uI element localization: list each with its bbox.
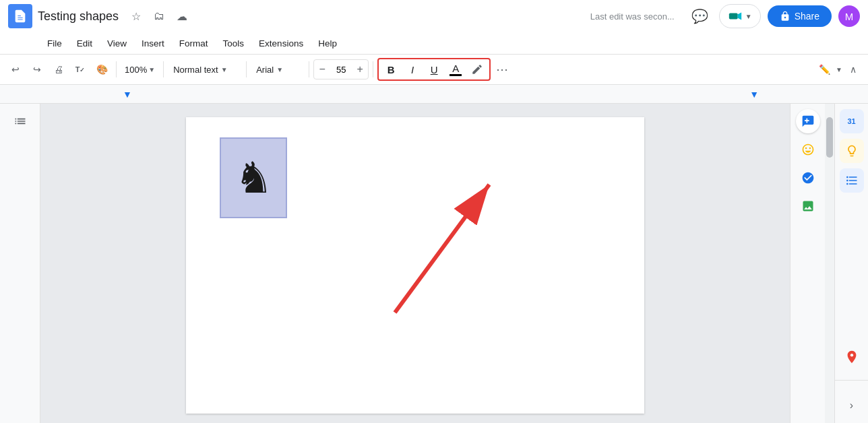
header-right: 💬 ▼ Share M	[688, 4, 860, 28]
scrollbar[interactable]	[825, 104, 834, 423]
toolbar-separator-4	[309, 61, 309, 77]
meet-chevron: ▼	[745, 13, 752, 20]
meet-button[interactable]: ▼	[719, 4, 761, 28]
tasks-app-icon[interactable]	[840, 168, 864, 193]
emoji-sidebar-button[interactable]	[796, 137, 820, 162]
font-dropdown[interactable]: Arial ▼	[251, 62, 305, 77]
italic-button[interactable]: I	[402, 59, 423, 79]
outline-icon[interactable]	[11, 112, 30, 131]
docs-icon[interactable]	[8, 4, 32, 28]
zoom-dropdown[interactable]: 100% ▼	[121, 62, 159, 77]
font-size-control: − +	[313, 59, 369, 79]
ruler-left-arrow[interactable]: ▼	[123, 89, 132, 100]
menu-edit[interactable]: Edit	[70, 36, 99, 51]
tasks-sidebar-button[interactable]	[796, 166, 820, 190]
text-color-letter: A	[452, 63, 459, 73]
spell-check-button[interactable]: T✓	[70, 59, 90, 79]
keep-app-icon[interactable]	[840, 139, 864, 163]
document-title[interactable]: Testing shapes	[38, 9, 119, 24]
collapse-toolbar-button[interactable]: ∧	[844, 60, 863, 79]
underline-button[interactable]: U	[423, 59, 445, 79]
title-bar: Testing shapes ☆ 🗂 ☁ Last edit was secon…	[0, 0, 868, 32]
user-avatar[interactable]: M	[838, 5, 860, 27]
chess-image[interactable]: ♞	[220, 137, 287, 218]
text-color-button[interactable]: A	[445, 59, 466, 79]
zoom-chevron: ▼	[148, 66, 155, 73]
svg-line-3	[395, 185, 489, 313]
font-size-decrease[interactable]: −	[314, 60, 330, 79]
maps-app-icon[interactable]	[840, 345, 864, 369]
expand-apps-button[interactable]: ›	[840, 393, 864, 418]
print-button[interactable]: 🖨	[49, 59, 69, 79]
font-size-increase[interactable]: +	[352, 60, 368, 79]
zoom-value: 100%	[125, 65, 147, 75]
edit-mode-button[interactable]: ✏️	[814, 59, 834, 79]
chess-knight-icon: ♞	[235, 156, 273, 199]
format-group: B I U A	[377, 58, 491, 81]
doc-area[interactable]: ♞	[40, 104, 790, 423]
highlight-color-button[interactable]	[466, 59, 488, 79]
toolbar-separator-2	[163, 61, 164, 77]
paint-format-button[interactable]: 🎨	[92, 59, 112, 79]
calendar-app-icon[interactable]: 31	[840, 109, 864, 133]
menu-format[interactable]: Format	[173, 36, 215, 51]
image-comment-sidebar-button[interactable]	[796, 194, 820, 218]
star-icon[interactable]: ☆	[127, 7, 146, 26]
font-size-input[interactable]	[330, 65, 352, 75]
menu-view[interactable]: View	[100, 36, 133, 51]
toolbar-separator-5	[373, 61, 373, 77]
add-comment-sidebar-button[interactable]	[796, 109, 820, 133]
menu-bar: File Edit View Insert Format Tools Exten…	[0, 32, 868, 54]
doc-page: ♞	[186, 117, 644, 414]
ruler-right-arrow[interactable]: ▼	[749, 89, 759, 100]
comment-button[interactable]: 💬	[688, 4, 712, 28]
svg-marker-1	[737, 13, 741, 20]
menu-insert[interactable]: Insert	[135, 36, 171, 51]
toolbar: ↩ ↪ 🖨 T✓ 🎨 100% ▼ Normal text ▼ Arial ▼ …	[0, 54, 868, 85]
svg-rect-0	[729, 13, 738, 19]
ruler: ▼ ▼	[0, 85, 868, 104]
style-dropdown[interactable]: Normal text ▼	[168, 62, 242, 77]
text-color-underline	[450, 74, 462, 76]
bold-button[interactable]: B	[380, 59, 402, 79]
menu-help[interactable]: Help	[311, 36, 344, 51]
last-edit-text: Last edit was secon...	[590, 11, 675, 22]
title-icons: ☆ 🗂 ☁	[127, 7, 191, 26]
cloud-icon[interactable]: ☁	[173, 7, 191, 26]
apps-panel: 31 ›	[834, 104, 868, 423]
style-value: Normal text	[173, 65, 218, 75]
font-value: Arial	[256, 65, 274, 75]
edit-mode-chevron[interactable]: ▼	[836, 66, 842, 73]
toolbar-separator-3	[246, 61, 247, 77]
menu-tools[interactable]: Tools	[216, 36, 251, 51]
main-area: ♞	[0, 104, 868, 423]
share-button[interactable]: Share	[768, 5, 832, 27]
more-options-button[interactable]: ⋯	[492, 59, 512, 79]
style-chevron: ▼	[221, 66, 228, 73]
toolbar-separator-1	[116, 61, 117, 77]
left-panel	[0, 104, 40, 423]
undo-button[interactable]: ↩	[5, 59, 26, 79]
drive-icon[interactable]: 🗂	[150, 7, 168, 26]
menu-file[interactable]: File	[40, 36, 69, 51]
scrollbar-thumb[interactable]	[826, 117, 833, 158]
right-sidebar	[790, 104, 825, 423]
menu-extensions[interactable]: Extensions	[252, 36, 310, 51]
redo-button[interactable]: ↪	[27, 59, 47, 79]
font-chevron: ▼	[276, 66, 283, 73]
share-label: Share	[795, 11, 819, 22]
